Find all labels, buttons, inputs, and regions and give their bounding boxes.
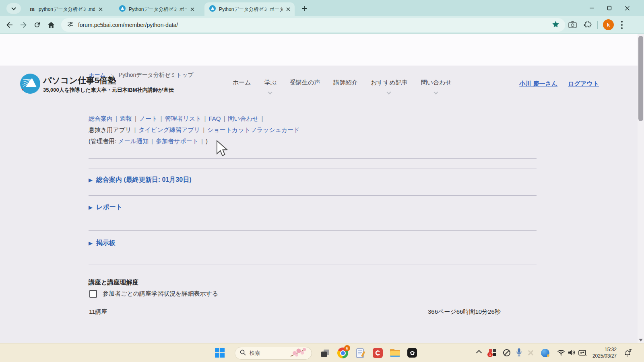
breadcrumb-home-link[interactable]: ホーム [89,72,106,79]
breadcrumb: ホーム ＞ Pythonデータ分析ゼミトップ [89,72,194,79]
window-controls [583,0,636,16]
tab-close-icon[interactable] [97,6,104,12]
section-label[interactable]: レポート [96,203,122,212]
back-icon[interactable] [6,21,14,29]
triangle-right-icon: ▶ [89,240,93,246]
link-shortcut-flashcards[interactable]: ショートカットフラッシュカード [207,126,300,133]
triangle-right-icon: ▶ [89,204,93,210]
taskbar-clock[interactable]: 15:32 2025/03/27 [592,346,617,359]
wifi-icon[interactable] [557,350,565,356]
chrome-icon[interactable]: k [337,348,348,358]
ime-icon[interactable] [578,349,587,357]
url-text[interactable]: forum.pc5bai.com/member/python-data/ [78,22,552,28]
chevron-down-icon [11,5,16,12]
pipe-separator: | [204,115,206,122]
reload-icon[interactable] [33,21,41,29]
camtasia-icon[interactable] [373,348,383,358]
tab-title: Pythonデータ分析ゼミ ポータルトップ [219,6,283,13]
link-faq[interactable]: FAQ [208,115,221,122]
do-not-disturb-icon[interactable] [503,349,511,357]
section-label[interactable]: 総合案内 (最終更新日: 01月30日) [96,176,191,184]
quicklinks-row-3: (管理者用: メール通知|参加者サポート|) [89,136,300,147]
site-favicon-icon [119,5,126,13]
kebab-menu-icon[interactable] [621,21,629,29]
obs-icon[interactable] [407,348,417,358]
breadcrumb-separator: ＞ [110,72,115,79]
site-info-icon[interactable] [67,21,74,29]
close-window-button[interactable] [618,0,636,16]
link-mail-notify[interactable]: メール通知 [118,138,149,144]
scrollbar-thumb[interactable] [638,36,643,121]
breadcrumb-current: Pythonデータ分析ゼミトップ [119,72,194,79]
logout-link[interactable]: ログアウト [568,80,599,88]
link-notes[interactable]: ノート [139,115,158,122]
address-bar[interactable]: forum.pc5bai.com/member/python-data/ [61,18,565,32]
scrollbar[interactable] [638,34,644,343]
link-participant-support[interactable]: 参加者サポート [156,138,198,144]
text-admin-suffix: ) [206,138,208,144]
pipe-separator: | [203,126,204,133]
tab-close-icon[interactable] [189,6,196,12]
tab-markdown[interactable]: m pythonデータ分析ゼミ.md [24,2,107,16]
microphone-icon[interactable] [516,348,522,357]
extensions-puzzle-icon[interactable] [584,21,592,29]
assistant-sphere-icon[interactable] [541,349,549,357]
site-header: パソコン仕事5倍塾 35,000人を指導した東大卒・元日本IBM社内講師が直伝 … [0,34,644,66]
link-typing-app[interactable]: タイピング練習アプリ [138,126,200,133]
maximize-button[interactable] [601,0,618,16]
home-icon[interactable] [47,21,55,29]
volume-icon[interactable] [568,349,576,356]
tray-chevron-up-icon[interactable] [477,349,481,355]
section-label[interactable]: 掲示板 [96,239,116,247]
task-view-icon[interactable] [320,348,330,358]
search-placeholder: 検索 [250,350,290,357]
divider [89,265,537,265]
seasonal-blossom-icon[interactable] [290,347,307,360]
file-explorer-icon[interactable] [390,348,400,358]
bell-sleep-icon[interactable] [624,349,632,357]
clock-time: 15:32 [592,346,617,353]
forward-icon[interactable] [19,21,27,29]
tab-title: pythonデータ分析ゼミ.md [39,6,95,13]
scrollbar-down-arrow[interactable] [639,339,643,341]
site-favicon-icon [209,5,216,13]
pipe-separator: | [223,115,225,122]
markdown-favicon-icon: m [29,6,35,12]
checkbox-label: 参加者ごとの講座学習状況を詳細表示する [103,290,218,298]
minimize-button[interactable] [583,0,601,16]
site-logo-icon[interactable] [20,74,40,95]
pipe-separator: | [151,138,153,144]
pipe-separator: | [134,126,136,133]
notepad-icon[interactable] [356,348,366,358]
detail-display-checkbox[interactable] [89,290,97,298]
tab-divider [110,5,110,12]
divider [89,169,537,169]
section-general-info[interactable]: ▶ 総合案内 (最終更新日: 01月30日) [89,176,191,184]
search-icon [240,350,246,357]
screen: m pythonデータ分析ゼミ.md Pythonデータ分析ゼミ ポータルトップ… [0,0,644,362]
notification-count-badge: 1 [487,352,493,357]
bookmark-star-icon[interactable] [552,21,559,30]
pipe-separator: | [261,115,263,122]
new-tab-button[interactable] [299,4,309,13]
course-total-duration: 366ページ66時間10分26秒 [428,308,501,316]
camera-icon[interactable] [568,21,576,29]
text-break-apps: 息抜き用アプリ [89,126,131,133]
divider [89,230,537,230]
tab-close-icon[interactable] [285,6,291,12]
tab-portal-2-active[interactable]: Pythonデータ分析ゼミ ポータルトップ [204,2,295,16]
close-x-icon[interactable] [527,350,534,356]
link-contact[interactable]: 問い合わせ [228,115,258,122]
profile-avatar[interactable]: k [603,19,614,30]
checkbox-row: 参加者ごとの講座学習状況を詳細表示する [89,290,218,298]
section-board[interactable]: ▶ 掲示板 [89,239,116,247]
taskbar-search[interactable]: 検索 [235,347,312,360]
tab-search-button[interactable] [6,3,21,14]
widgets-badge-icon[interactable]: 1 [489,349,496,356]
section-report[interactable]: ▶ レポート [89,203,122,212]
link-admin-list[interactable]: 管理者リスト [165,115,201,122]
link-weekly-report[interactable]: 週報 [120,115,132,122]
start-icon[interactable] [215,348,225,358]
tab-portal-1[interactable]: Pythonデータ分析ゼミ ポータルトップ [114,2,199,16]
link-general-info[interactable]: 総合案内 [89,115,113,122]
